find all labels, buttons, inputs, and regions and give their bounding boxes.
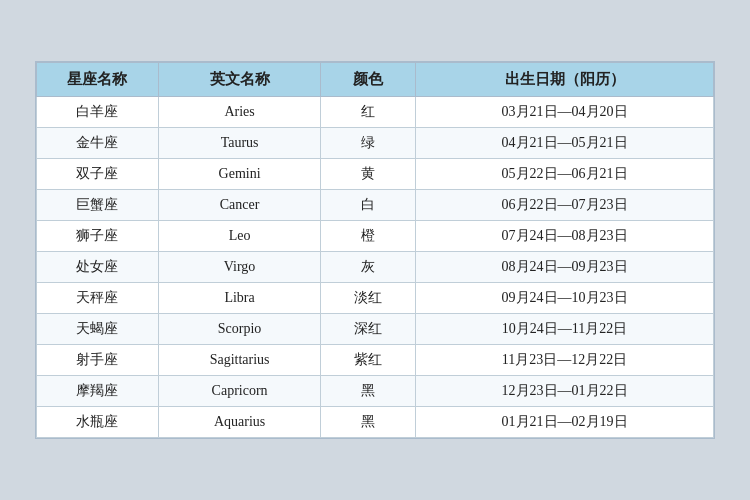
zodiac-color: 黑 [321, 407, 416, 438]
zodiac-en: Scorpio [158, 314, 320, 345]
zodiac-cn: 射手座 [37, 345, 159, 376]
zodiac-en: Sagittarius [158, 345, 320, 376]
table-body: 白羊座Aries红03月21日—04月20日金牛座Taurus绿04月21日—0… [37, 97, 714, 438]
zodiac-table: 星座名称 英文名称 颜色 出生日期（阳历） 白羊座Aries红03月21日—04… [36, 62, 714, 438]
zodiac-color: 淡红 [321, 283, 416, 314]
table-row: 水瓶座Aquarius黑01月21日—02月19日 [37, 407, 714, 438]
zodiac-en: Virgo [158, 252, 320, 283]
zodiac-date: 08月24日—09月23日 [416, 252, 714, 283]
table-row: 双子座Gemini黄05月22日—06月21日 [37, 159, 714, 190]
zodiac-cn: 巨蟹座 [37, 190, 159, 221]
zodiac-date: 11月23日—12月22日 [416, 345, 714, 376]
zodiac-color: 黑 [321, 376, 416, 407]
zodiac-cn: 双子座 [37, 159, 159, 190]
zodiac-en: Gemini [158, 159, 320, 190]
table-row: 处女座Virgo灰08月24日—09月23日 [37, 252, 714, 283]
zodiac-date: 06月22日—07月23日 [416, 190, 714, 221]
zodiac-table-container: 星座名称 英文名称 颜色 出生日期（阳历） 白羊座Aries红03月21日—04… [35, 61, 715, 439]
table-row: 白羊座Aries红03月21日—04月20日 [37, 97, 714, 128]
zodiac-cn: 天蝎座 [37, 314, 159, 345]
zodiac-date: 07月24日—08月23日 [416, 221, 714, 252]
table-row: 天蝎座Scorpio深红10月24日—11月22日 [37, 314, 714, 345]
zodiac-color: 橙 [321, 221, 416, 252]
zodiac-en: Aries [158, 97, 320, 128]
table-row: 天秤座Libra淡红09月24日—10月23日 [37, 283, 714, 314]
zodiac-en: Cancer [158, 190, 320, 221]
header-cn-name: 星座名称 [37, 63, 159, 97]
zodiac-color: 深红 [321, 314, 416, 345]
zodiac-en: Libra [158, 283, 320, 314]
zodiac-date: 01月21日—02月19日 [416, 407, 714, 438]
zodiac-en: Taurus [158, 128, 320, 159]
zodiac-cn: 金牛座 [37, 128, 159, 159]
zodiac-cn: 狮子座 [37, 221, 159, 252]
zodiac-en: Aquarius [158, 407, 320, 438]
table-header-row: 星座名称 英文名称 颜色 出生日期（阳历） [37, 63, 714, 97]
zodiac-color: 红 [321, 97, 416, 128]
header-en-name: 英文名称 [158, 63, 320, 97]
zodiac-color: 黄 [321, 159, 416, 190]
zodiac-cn: 水瓶座 [37, 407, 159, 438]
header-date: 出生日期（阳历） [416, 63, 714, 97]
zodiac-color: 白 [321, 190, 416, 221]
zodiac-date: 04月21日—05月21日 [416, 128, 714, 159]
table-row: 金牛座Taurus绿04月21日—05月21日 [37, 128, 714, 159]
zodiac-color: 紫红 [321, 345, 416, 376]
zodiac-date: 12月23日—01月22日 [416, 376, 714, 407]
zodiac-date: 09月24日—10月23日 [416, 283, 714, 314]
zodiac-date: 10月24日—11月22日 [416, 314, 714, 345]
table-row: 摩羯座Capricorn黑12月23日—01月22日 [37, 376, 714, 407]
zodiac-color: 灰 [321, 252, 416, 283]
header-color: 颜色 [321, 63, 416, 97]
zodiac-en: Leo [158, 221, 320, 252]
zodiac-cn: 白羊座 [37, 97, 159, 128]
table-row: 狮子座Leo橙07月24日—08月23日 [37, 221, 714, 252]
zodiac-date: 05月22日—06月21日 [416, 159, 714, 190]
zodiac-cn: 处女座 [37, 252, 159, 283]
table-row: 射手座Sagittarius紫红11月23日—12月22日 [37, 345, 714, 376]
zodiac-cn: 摩羯座 [37, 376, 159, 407]
table-row: 巨蟹座Cancer白06月22日—07月23日 [37, 190, 714, 221]
zodiac-date: 03月21日—04月20日 [416, 97, 714, 128]
zodiac-color: 绿 [321, 128, 416, 159]
zodiac-cn: 天秤座 [37, 283, 159, 314]
zodiac-en: Capricorn [158, 376, 320, 407]
